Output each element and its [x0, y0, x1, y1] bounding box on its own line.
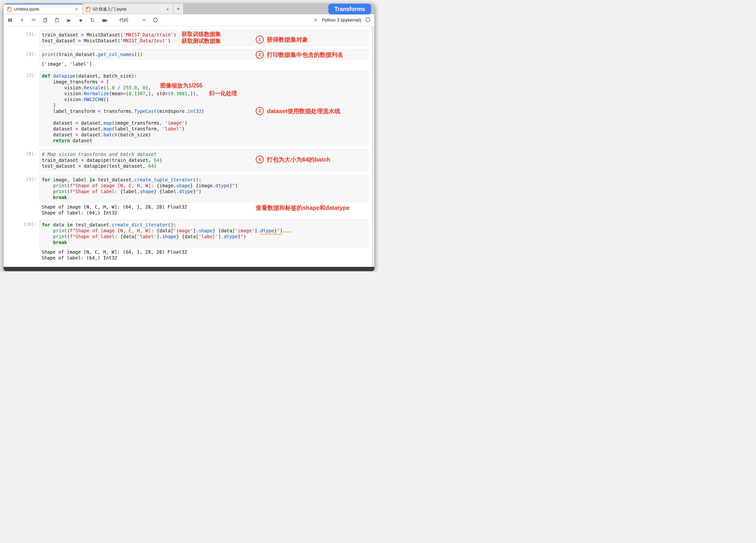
cell-row: [7]:def datapipe(dataset, batch_size): i…: [4, 71, 374, 146]
tab-untitled-ipynb[interactable]: Untitled.ipynb ×: [4, 4, 82, 14]
vertical-scrollbar[interactable]: [372, 26, 374, 269]
code-cell-input[interactable]: for image, label in test_dataset.create_…: [39, 174, 368, 202]
execution-count-label: [7]:: [4, 73, 36, 78]
code-cell-input[interactable]: train_dataset = MnistDataset('MNIST_Data…: [39, 30, 368, 46]
red-inline-annotation: 图像缩放为1/255: [160, 82, 203, 89]
tab-label: 02-快速入门.ipynb: [93, 6, 126, 12]
cell-type-value: 代码: [119, 17, 128, 23]
code-editor: for data in test_dataset.create_dict_ite…: [42, 222, 366, 245]
run-cell-icon[interactable]: ▶: [66, 18, 72, 23]
paste-cells-icon[interactable]: [55, 18, 60, 23]
cell-type-dropdown[interactable]: 代码: [119, 17, 146, 23]
new-tab-button[interactable]: +: [173, 4, 183, 14]
execution-count-label: [10]:: [4, 222, 36, 227]
red-side-annotation: 查看数据和标签的shape和datatype: [256, 204, 350, 212]
kernel-name[interactable]: Python 3 (ipykernel): [322, 18, 361, 23]
red-inline-annotation: 获取测试数据集: [182, 37, 221, 45]
cut-cells-icon[interactable]: ✂: [31, 17, 36, 23]
cell-row: [8]:# Map vision transforms and batch da…: [4, 149, 374, 171]
circled-number: 3: [256, 107, 264, 115]
window-bottom-bar: [4, 267, 374, 271]
red-inline-annotation: 归一化处理: [209, 90, 237, 97]
page: Untitled.ipynb × 02-快速入门.ipynb × + Trans…: [0, 0, 378, 272]
restart-run-all-icon[interactable]: ▶▶: [102, 18, 109, 23]
notebook-icon: [7, 7, 11, 12]
jupyterlab-window: Untitled.ipynb × 02-快速入门.ipynb × + Trans…: [4, 4, 374, 271]
add-cell-icon[interactable]: +: [19, 17, 25, 23]
cell-row: [6]:print(train_dataset.get_col_names())…: [4, 49, 374, 67]
red-side-annotation: 3dataset使用数据处理流水线: [256, 107, 340, 115]
circled-number: 1: [256, 35, 264, 44]
code-cell-input[interactable]: for data in test_dataset.create_dict_ite…: [39, 219, 368, 247]
toolbar-right: Python 3 (ipykernel): [313, 17, 370, 23]
red-side-annotation: 2打印数据集中包含的数据列名: [256, 51, 343, 59]
cell-list: [5]:train_dataset = MnistDataset('MNIST_…: [4, 30, 374, 261]
tab-bar: Untitled.ipynb × 02-快速入门.ipynb × + Trans…: [4, 4, 374, 14]
circled-number: 4: [256, 155, 264, 163]
cell-row: [5]:train_dataset = MnistDataset('MNIST_…: [4, 30, 374, 46]
cell-row: [10]:for data in test_dataset.create_dic…: [4, 219, 374, 261]
execution-count-label: [5]:: [4, 32, 36, 37]
code-editor: for image, label in test_dataset.create_…: [42, 177, 366, 200]
red-side-annotation: 4打包为大小为64的batch: [256, 155, 330, 163]
kernel-status-icon: [365, 17, 370, 23]
notebook-toolbar: + ✂ ▶ ■ ↻ ▶▶ 代码 Python 3 (: [4, 14, 374, 26]
cell-output: Shape of image [N, C, H, W]: (64, 1, 28,…: [42, 249, 368, 261]
tab-label: Untitled.ipynb: [14, 7, 39, 12]
ring-icon[interactable]: [153, 17, 158, 23]
stop-kernel-icon[interactable]: ■: [78, 18, 83, 23]
tab-close-icon[interactable]: ×: [74, 6, 79, 12]
red-side-annotation: 1获得数据集对象: [256, 35, 308, 44]
red-inline-annotation: 获取训练数据集: [182, 30, 221, 38]
save-icon[interactable]: [8, 18, 13, 23]
tab-02-quickstart-ipynb[interactable]: 02-快速入门.ipynb ×: [82, 4, 173, 14]
cell-row: [9]:for image, label in test_dataset.cre…: [4, 174, 374, 216]
debug-icon[interactable]: [313, 17, 318, 23]
restart-kernel-icon[interactable]: ↻: [90, 17, 95, 23]
tab-close-icon[interactable]: ×: [165, 6, 170, 12]
execution-count-label: [6]:: [4, 51, 36, 56]
copy-cells-icon[interactable]: [43, 18, 48, 23]
execution-count-label: [8]:: [4, 151, 36, 156]
notebook-icon: [86, 7, 90, 12]
transforms-badge: Transforms: [328, 4, 371, 14]
execution-count-label: [9]:: [4, 177, 36, 182]
notebook-content: [5]:train_dataset = MnistDataset('MNIST_…: [4, 26, 374, 267]
chevron-down-icon: [142, 19, 146, 21]
circled-number: 2: [256, 51, 264, 59]
cell-output: ['image', 'label']: [42, 61, 368, 67]
